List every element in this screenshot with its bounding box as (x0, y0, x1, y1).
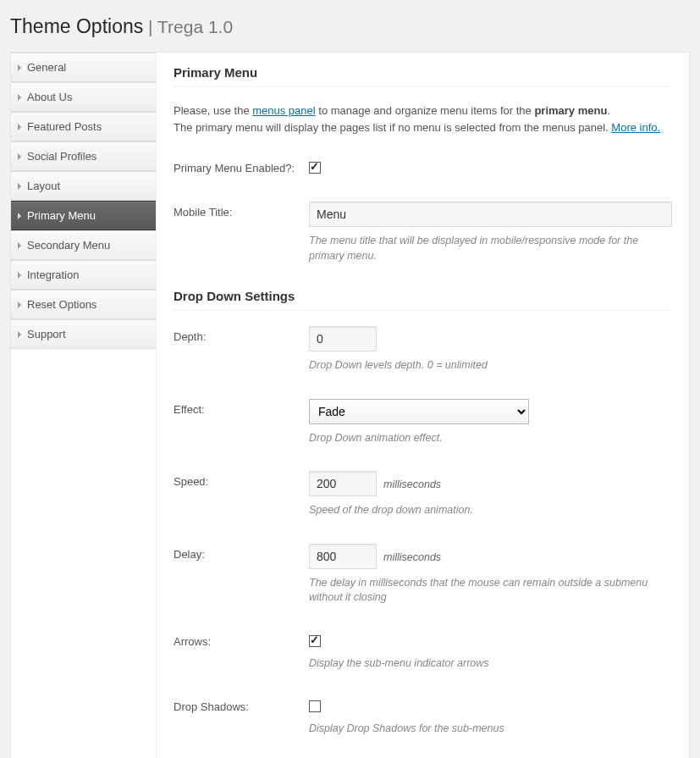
sidebar-item-primary-menu[interactable]: Primary Menu (11, 201, 156, 230)
more-info-link[interactable]: More info. (611, 121, 660, 134)
mobile-title-label: Mobile Title: (174, 202, 309, 219)
depth-label: Depth: (174, 326, 309, 343)
chevron-right-icon (18, 213, 21, 219)
content-area: Primary Menu Please, use the menus panel… (157, 53, 689, 758)
sidebar-item-label: Integration (27, 268, 79, 281)
speed-input[interactable] (309, 471, 377, 496)
mobile-title-desc: The menu title that will be displayed in… (309, 234, 672, 263)
sidebar-item-general[interactable]: General (11, 53, 156, 82)
delay-desc: The delay in milliseconds that the mouse… (309, 576, 672, 606)
sidebar-item-social-profiles[interactable]: Social Profiles (11, 141, 156, 171)
sidebar-item-reset-options[interactable]: Reset Options (11, 290, 156, 319)
chevron-right-icon (18, 64, 21, 71)
chevron-right-icon (18, 124, 21, 130)
effect-select[interactable]: Fade (309, 399, 529, 424)
options-panel: GeneralAbout UsFeatured PostsSocial Prof… (10, 52, 690, 758)
enabled-checkbox[interactable] (309, 162, 321, 174)
title-text: Theme Options (10, 15, 143, 37)
effect-label: Effect: (174, 399, 309, 416)
chevron-right-icon (18, 242, 21, 249)
speed-label: Speed: (174, 471, 309, 488)
chevron-right-icon (18, 153, 21, 160)
delay-input[interactable] (309, 544, 377, 569)
arrows-checkbox[interactable] (309, 635, 321, 647)
sidebar-item-support[interactable]: Support (11, 319, 156, 349)
sidebar-item-label: About Us (27, 91, 72, 103)
menus-panel-link[interactable]: menus panel (252, 104, 315, 117)
section-primary-menu-title: Primary Menu (174, 65, 672, 87)
arrows-desc: Display the sub-menu indicator arrows (309, 656, 672, 672)
sidebar-item-label: General (27, 61, 66, 74)
sidebar-item-label: Layout (27, 180, 60, 192)
chevron-right-icon (18, 302, 21, 308)
sidebar-item-integration[interactable]: Integration (11, 260, 156, 290)
sidebar-item-label: Support (27, 328, 66, 340)
sidebar-item-featured-posts[interactable]: Featured Posts (11, 112, 156, 141)
intro-text: Please, use the menus panel to manage an… (174, 102, 672, 136)
sidebar-item-secondary-menu[interactable]: Secondary Menu (11, 230, 156, 260)
arrows-label: Arrows: (174, 631, 309, 648)
sidebar-item-label: Primary Menu (27, 209, 96, 222)
sidebar-nav: GeneralAbout UsFeatured PostsSocial Prof… (11, 53, 157, 758)
sidebar-item-label: Reset Options (27, 298, 96, 311)
enabled-label: Primary Menu Enabled?: (174, 158, 309, 174)
theme-version: Trega 1.0 (157, 17, 233, 36)
sidebar-item-about-us[interactable]: About Us (11, 82, 156, 112)
section-dropdown-title: Drop Down Settings (174, 289, 672, 311)
delay-unit: milliseconds (383, 551, 441, 563)
sidebar-item-label: Social Profiles (27, 150, 96, 163)
mobile-title-input[interactable] (309, 202, 672, 227)
sidebar-item-layout[interactable]: Layout (11, 171, 156, 201)
chevron-right-icon (18, 94, 21, 101)
effect-desc: Drop Down animation effect. (309, 431, 672, 446)
speed-unit: milliseconds (383, 479, 441, 490)
page-title: Theme Options | Trega 1.0 (10, 8, 690, 41)
shadows-label: Drop Shadows: (174, 696, 309, 713)
sidebar-item-label: Featured Posts (27, 120, 102, 133)
delay-label: Delay: (174, 544, 309, 561)
speed-desc: Speed of the drop down animation. (309, 503, 672, 518)
shadows-desc: Display Drop Shadows for the sub-menus (309, 722, 672, 737)
shadows-checkbox[interactable] (309, 700, 321, 712)
chevron-right-icon (18, 183, 21, 190)
depth-input[interactable] (309, 326, 377, 351)
chevron-right-icon (18, 272, 21, 279)
chevron-right-icon (18, 331, 21, 338)
depth-desc: Drop Down levels depth. 0 = unlimited (309, 358, 672, 373)
sidebar-item-label: Secondary Menu (27, 239, 110, 252)
